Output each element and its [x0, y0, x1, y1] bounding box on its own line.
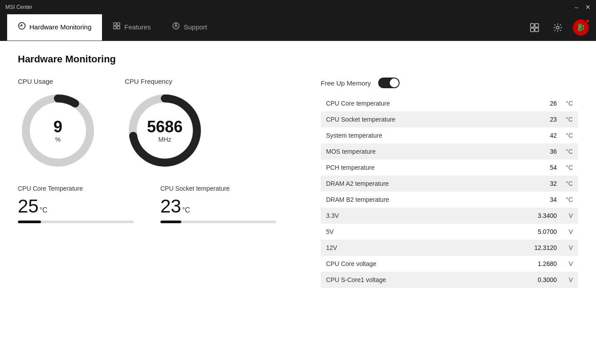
cpu-usage-section: CPU Usage 9 % [18, 78, 98, 171]
titlebar: MSI Center – ✕ [0, 0, 596, 14]
grid-view-button[interactable] [527, 20, 543, 36]
sensor-value: 32 [526, 180, 557, 187]
sensor-name: PCH temperature [326, 164, 526, 171]
cpu-freq-unit: MHz [147, 136, 183, 143]
nav-tabs: Hardware Monitoring Features [7, 14, 218, 41]
temp-bars-row: CPU Core Temperature 25 °C CPU Socket te… [18, 185, 303, 223]
right-panel: Free Up Memory CPU Core temperature 26 °… [321, 78, 578, 355]
minimize-button[interactable]: – [575, 4, 578, 11]
tab-support[interactable]: Support [161, 14, 218, 41]
sensor-name: CPU Core voltage [326, 260, 526, 267]
user-avatar[interactable]: 🐉 [573, 20, 589, 36]
notification-dot [585, 19, 590, 23]
sensor-row: CPU S-Core1 voltage 0.3000 V [321, 272, 578, 288]
cpu-core-temp-bar-track [18, 221, 134, 223]
sensor-unit: °C [559, 132, 573, 139]
svg-rect-10 [531, 28, 534, 32]
tab-support-label: Support [184, 23, 207, 31]
sensor-value: 12.3120 [526, 244, 557, 251]
settings-button[interactable] [550, 20, 566, 36]
sensor-value: 0.3000 [526, 276, 557, 283]
cpu-socket-temp-value-row: 23 °C [160, 196, 276, 217]
cpu-socket-temp-section: CPU Socket temperature 23 °C [160, 185, 276, 223]
cpu-usage-gauge: 9 % [18, 90, 98, 171]
sensor-value: 1.2680 [526, 260, 557, 267]
tab-features[interactable]: Features [102, 14, 161, 41]
navbar: Hardware Monitoring Features [0, 14, 596, 41]
sensor-unit: V [559, 260, 573, 267]
support-icon [172, 22, 180, 32]
sensor-unit: V [559, 228, 573, 235]
sensor-table: CPU Core temperature 26 °C CPU Socket te… [321, 95, 578, 355]
main-content: Hardware Monitoring CPU Usage 9 % [0, 41, 596, 364]
sensor-row: DRAM B2 temperature 34 °C [321, 192, 578, 208]
svg-rect-9 [535, 24, 539, 27]
svg-rect-2 [117, 23, 120, 25]
svg-rect-4 [117, 26, 120, 29]
memory-header: Free Up Memory [321, 78, 578, 88]
svg-rect-11 [535, 28, 539, 32]
cpu-socket-temp-unit: °C [182, 206, 190, 214]
left-panel: CPU Usage 9 % CPU Frequency [18, 78, 303, 355]
cpu-core-temp-value-row: 25 °C [18, 196, 134, 217]
cpu-usage-center: 9 % [53, 118, 62, 143]
cpu-usage-value: 9 [53, 118, 62, 136]
sensor-name: CPU Core temperature [326, 100, 526, 107]
gauges-row: CPU Usage 9 % CPU Frequency [18, 78, 303, 171]
sensor-value: 26 [526, 100, 557, 107]
cpu-socket-temp-value: 23 [160, 196, 181, 217]
sensor-unit: V [559, 212, 573, 219]
sensor-row: 12V 12.3120 V [321, 240, 578, 256]
cpu-socket-temp-label: CPU Socket temperature [160, 185, 276, 192]
sensor-name: CPU Socket temperature [326, 116, 526, 123]
avatar-icon: 🐉 [576, 23, 585, 32]
sensor-name: 5V [326, 228, 526, 235]
free-memory-toggle[interactable] [378, 78, 400, 88]
content-layout: CPU Usage 9 % CPU Frequency [18, 78, 578, 355]
cpu-core-temp-value: 25 [18, 196, 39, 217]
svg-rect-1 [114, 23, 116, 25]
sensor-row: PCH temperature 54 °C [321, 160, 578, 176]
sensor-row: CPU Socket temperature 23 °C [321, 111, 578, 127]
sensor-unit: °C [559, 164, 573, 171]
cpu-core-temp-section: CPU Core Temperature 25 °C [18, 185, 134, 223]
cpu-usage-unit: % [53, 136, 62, 143]
sensor-row: CPU Core voltage 1.2680 V [321, 256, 578, 272]
sensor-unit: °C [559, 100, 573, 107]
sensor-row: MOS temperature 36 °C [321, 143, 578, 160]
svg-point-12 [556, 26, 559, 29]
sensor-unit: V [559, 244, 573, 251]
sensor-name: 12V [326, 244, 526, 251]
sensor-row: DRAM A2 temperature 32 °C [321, 176, 578, 192]
sensor-unit: °C [559, 196, 573, 203]
close-button[interactable]: ✕ [585, 4, 591, 11]
sensor-value: 42 [526, 132, 557, 139]
tab-hardware-monitoring[interactable]: Hardware Monitoring [7, 14, 102, 41]
page-title: Hardware Monitoring [18, 53, 578, 65]
features-icon [113, 22, 121, 32]
sensor-name: DRAM B2 temperature [326, 196, 526, 203]
svg-rect-3 [114, 26, 116, 29]
sensor-name: CPU S-Core1 voltage [326, 276, 526, 283]
app-title: MSI Center [5, 4, 33, 10]
nav-right-controls: 🐉 [527, 20, 589, 36]
cpu-socket-temp-bar-track [160, 221, 276, 223]
sensor-row: CPU Core temperature 26 °C [321, 95, 578, 111]
cpu-freq-center: 5686 MHz [147, 118, 183, 143]
sensor-value: 23 [526, 116, 557, 123]
window-controls: – ✕ [575, 4, 591, 11]
cpu-core-temp-label: CPU Core Temperature [18, 185, 134, 192]
tab-hardware-label: Hardware Monitoring [29, 23, 91, 31]
sensor-name: 3.3V [326, 212, 526, 219]
sensor-row: System temperature 42 °C [321, 127, 578, 143]
sensor-unit: °C [559, 116, 573, 123]
svg-point-6 [175, 25, 177, 27]
sensor-unit: °C [559, 148, 573, 155]
tab-features-label: Features [124, 23, 151, 31]
sensor-value: 3.3400 [526, 212, 557, 219]
toggle-knob [390, 78, 399, 87]
cpu-core-temp-bar-fill [18, 221, 41, 223]
sensor-name: System temperature [326, 132, 526, 139]
hardware-monitoring-icon [18, 22, 26, 32]
cpu-freq-gauge: 5686 MHz [125, 90, 205, 171]
